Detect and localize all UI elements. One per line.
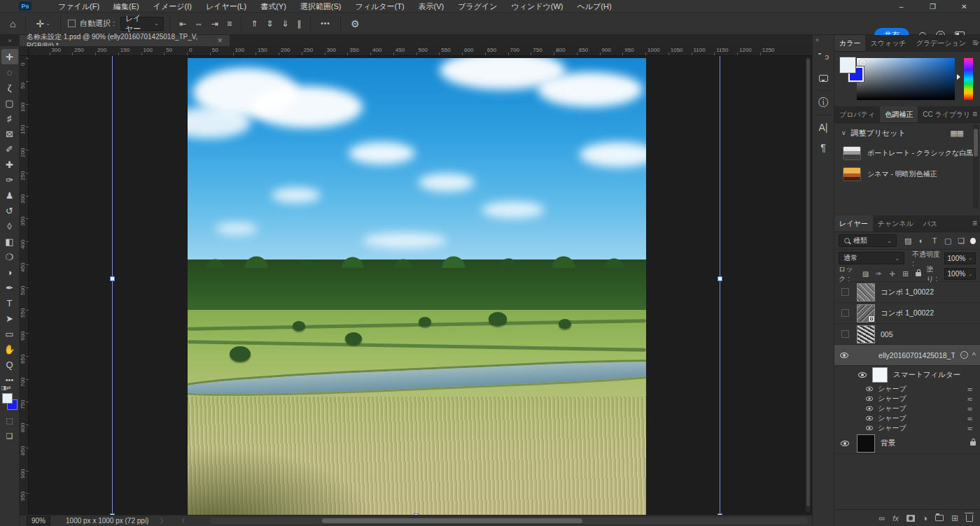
- lock-move-icon[interactable]: ✛: [888, 270, 896, 278]
- visibility-column[interactable]: [839, 330, 851, 338]
- tab-色調補正[interactable]: 色調補正: [880, 106, 918, 122]
- visibility-eye-icon[interactable]: [858, 372, 867, 378]
- visibility-column[interactable]: [839, 441, 851, 446]
- tab-プロパティ[interactable]: プロパティ: [834, 106, 880, 122]
- presets-scrollbar[interactable]: [973, 125, 979, 208]
- path-selection-tool[interactable]: ➤: [1, 311, 18, 326]
- quick-mask-icon[interactable]: ⬚: [1, 413, 18, 428]
- align-right-icon[interactable]: ⇥: [208, 19, 222, 29]
- fill-field[interactable]: 100%⌄: [944, 268, 976, 280]
- gradient-tool[interactable]: ◧: [1, 234, 18, 249]
- color-field[interactable]: [857, 58, 955, 100]
- transform-handle-right[interactable]: [718, 276, 722, 281]
- tab-グラデーション[interactable]: グラデーション: [911, 35, 971, 51]
- panel-menu-icon[interactable]: ≡: [972, 109, 977, 119]
- menu-item-表示(V)[interactable]: 表示(V): [412, 0, 451, 13]
- lock-paint-icon[interactable]: ✑: [874, 270, 883, 278]
- history-brush-tool[interactable]: ↺: [1, 203, 18, 218]
- align-center-h-icon[interactable]: ⇔: [191, 19, 206, 29]
- dodge-tool[interactable]: ◑: [1, 264, 18, 280]
- layer-thumbnail[interactable]: [857, 304, 875, 322]
- tab-close-icon[interactable]: ✕: [217, 37, 223, 44]
- transform-left-edge[interactable]: [112, 56, 113, 515]
- lasso-tool[interactable]: ζ: [1, 80, 18, 95]
- vertical-scrollbar[interactable]: [806, 57, 811, 512]
- shape-tool[interactable]: ▭: [1, 326, 18, 341]
- marquee-tool[interactable]: ◌: [1, 64, 18, 80]
- horizontal-scrollbar-thumb[interactable]: [322, 518, 582, 523]
- link-layers-icon[interactable]: ∞: [879, 513, 886, 523]
- home-icon[interactable]: ⌂: [6, 18, 20, 29]
- auto-select-checkbox[interactable]: [68, 20, 76, 27]
- object-selection-tool[interactable]: ▢: [1, 95, 18, 111]
- menu-item-フィルター(T)[interactable]: フィルター(T): [348, 0, 411, 13]
- hue-slider[interactable]: [964, 58, 973, 100]
- info-panel-icon[interactable]: ⓘ: [815, 94, 832, 111]
- panel-menu-icon[interactable]: ≡: [972, 38, 977, 48]
- tab-CC ライブラリ[interactable]: CC ライブラリ: [918, 106, 975, 122]
- collapse-dock-icon[interactable]: «: [816, 36, 819, 43]
- layer-row[interactable]: コンポ 1_00022: [834, 282, 980, 303]
- crop-tool[interactable]: ♯: [1, 111, 18, 126]
- photoshop-logo[interactable]: Ps: [19, 1, 31, 10]
- filter-type-icon[interactable]: T: [930, 236, 940, 246]
- smart-filter-mask-thumbnail[interactable]: [872, 367, 888, 383]
- eraser-tool[interactable]: ◊: [1, 218, 18, 234]
- filter-options-icon[interactable]: ≂: [967, 385, 980, 393]
- filter-adjustment-icon[interactable]: ◐: [916, 236, 927, 246]
- history-panel-icon[interactable]: [815, 50, 832, 66]
- distribute-v-icon[interactable]: ∥: [293, 19, 304, 29]
- smart-filter-row[interactable]: シャープ≂: [834, 394, 980, 404]
- layer-row[interactable]: elly20160701425018_TP_V◦^: [834, 345, 980, 366]
- align-top-icon[interactable]: ⇑: [247, 19, 261, 29]
- transform-handle-left[interactable]: [110, 276, 115, 281]
- menu-item-レイヤー(L)[interactable]: レイヤー(L): [199, 0, 253, 13]
- blend-mode-dropdown[interactable]: 通常⌄: [839, 252, 904, 264]
- lock-transparency-icon[interactable]: ▨: [861, 270, 869, 278]
- foreground-color-swatch[interactable]: [2, 393, 13, 404]
- menu-item-ウィンドウ(W)[interactable]: ウィンドウ(W): [505, 0, 570, 13]
- default-colors-icon[interactable]: ◨⇄: [1, 385, 11, 391]
- character-panel-icon[interactable]: A|: [815, 119, 832, 136]
- auto-select-target-dropdown[interactable]: レイヤー⌄: [120, 17, 164, 31]
- smart-filter-row[interactable]: シャープ≂: [834, 423, 980, 433]
- menu-item-書式(Y)[interactable]: 書式(Y): [253, 0, 293, 13]
- canvas-viewport[interactable]: 3002502001501005005010015020025030035040…: [20, 46, 812, 515]
- foreground-color-swatch[interactable]: [840, 57, 855, 73]
- tab-パス[interactable]: パス: [918, 215, 942, 232]
- move-tool[interactable]: ✛: [1, 49, 18, 64]
- horizontal-ruler[interactable]: 3002502001501005005010015020025030035040…: [20, 46, 812, 56]
- hand-tool[interactable]: ✋: [1, 341, 18, 357]
- layer-thumbnail[interactable]: [857, 434, 875, 453]
- frame-tool[interactable]: ⊠: [1, 126, 18, 141]
- new-group-icon[interactable]: [935, 515, 944, 521]
- tab-カラー[interactable]: カラー: [834, 35, 865, 51]
- transform-right-edge[interactable]: [720, 56, 720, 515]
- filter-options-icon[interactable]: ≂: [967, 415, 980, 422]
- tab-レイヤー[interactable]: レイヤー: [834, 215, 873, 232]
- menu-item-選択範囲(S)[interactable]: 選択範囲(S): [293, 0, 349, 13]
- close-button[interactable]: ✕: [948, 0, 980, 13]
- healing-brush-tool[interactable]: ✚: [1, 157, 18, 172]
- smart-filter-indicator-icon[interactable]: ◦: [960, 351, 968, 359]
- horizontal-scrollbar[interactable]: [210, 518, 808, 524]
- filter-options-icon[interactable]: ≂: [967, 405, 980, 413]
- align-bottom-icon[interactable]: ⇓: [278, 19, 292, 29]
- collapse-filters-icon[interactable]: ^: [972, 351, 976, 360]
- screen-mode-icon[interactable]: ❏: [1, 428, 18, 443]
- minimize-button[interactable]: –: [886, 0, 917, 13]
- filter-options-icon[interactable]: ≂: [967, 425, 980, 432]
- brush-tool[interactable]: ✑: [1, 172, 18, 187]
- smart-filter-row[interactable]: シャープ≂: [834, 413, 980, 423]
- visibility-column[interactable]: [839, 353, 849, 358]
- hue-slider-marker[interactable]: [957, 74, 963, 80]
- type-tool[interactable]: T: [1, 295, 18, 311]
- menu-item-編集(E)[interactable]: 編集(E): [106, 0, 146, 13]
- visibility-eye-icon[interactable]: [866, 426, 873, 430]
- add-mask-icon[interactable]: [906, 515, 915, 522]
- vertical-ruler[interactable]: 0501001502002503003504004505005506006507…: [20, 56, 29, 515]
- comment-panel-icon[interactable]: [815, 70, 832, 87]
- background-layer-row[interactable]: 背景: [834, 433, 980, 454]
- collapse-section-icon[interactable]: ∨: [841, 129, 846, 136]
- adjustment-preset-item[interactable]: ポートレート - クラシックな白黒: [834, 143, 980, 164]
